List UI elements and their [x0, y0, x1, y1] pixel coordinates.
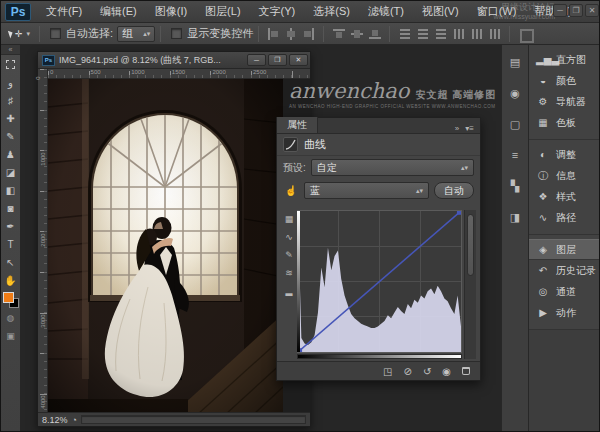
- menu-item-滤镜(T)[interactable]: 滤镜(T): [359, 1, 413, 23]
- curve-tool-2-icon[interactable]: ∿: [285, 232, 293, 242]
- clip-to-layer-icon[interactable]: ◳: [383, 366, 392, 377]
- ruler-label-v: 3000: [40, 314, 46, 327]
- align-button-11[interactable]: [468, 25, 485, 42]
- auto-select-dropdown[interactable]: 组 ▴▾: [117, 26, 155, 42]
- panel-scrollbar[interactable]: [464, 210, 476, 359]
- collapse-panel-icon[interactable]: »: [455, 124, 459, 133]
- panel-tab-路径[interactable]: ∿路径: [529, 207, 600, 228]
- minimize-button[interactable]: ─: [553, 4, 567, 17]
- panel-tab-色板[interactable]: ▦色板: [529, 112, 600, 133]
- eraser-tool[interactable]: ◪: [2, 163, 20, 181]
- panel-tab-导航器[interactable]: ⚙导航器: [529, 91, 600, 112]
- menu-item-视图(V)[interactable]: 视图(V): [413, 1, 468, 23]
- type-tool[interactable]: T: [2, 235, 20, 253]
- menu-item-文件(F)[interactable]: 文件(F): [37, 1, 91, 23]
- 颜色-icon: ◒: [536, 75, 550, 86]
- align-button-7[interactable]: [396, 25, 413, 42]
- panel-tab-动作[interactable]: ▶动作: [529, 302, 600, 323]
- menu-item-选择(S)[interactable]: 选择(S): [304, 1, 359, 23]
- pen-tool[interactable]: ✒: [2, 217, 20, 235]
- crop-tool[interactable]: ♯: [2, 91, 20, 109]
- align-button-4[interactable]: [330, 25, 347, 42]
- panel-tab-历史记录[interactable]: ↶历史记录: [529, 260, 600, 281]
- align-button-2[interactable]: [282, 25, 299, 42]
- curve-grid[interactable]: [297, 210, 462, 353]
- foreground-color-swatch[interactable]: [3, 292, 14, 303]
- previous-state-icon[interactable]: ⊘: [403, 366, 411, 377]
- marquee-tool[interactable]: [2, 55, 20, 73]
- lasso-tool[interactable]: و: [2, 73, 20, 91]
- quick-mask-icon[interactable]: ◍: [2, 309, 20, 327]
- channel-dropdown[interactable]: 蓝 ▴▾: [304, 182, 429, 199]
- divider: [323, 26, 324, 42]
- doc-minimize-button[interactable]: ─: [247, 54, 266, 66]
- show-transform-checkbox[interactable]: [171, 28, 182, 39]
- panel-tab-通道[interactable]: ◎通道: [529, 281, 600, 302]
- zoom-level[interactable]: 8.12%: [42, 415, 68, 425]
- panel-tab-直方图[interactable]: ▂▅▃直方图: [529, 49, 600, 70]
- visibility-icon[interactable]: ◉: [442, 366, 451, 377]
- screen-mode-icon[interactable]: ▣: [2, 327, 20, 345]
- reset-icon[interactable]: ↺: [423, 366, 431, 377]
- auto-select-checkbox[interactable]: [50, 28, 61, 39]
- collapsed-panel-1-icon[interactable]: ▤: [505, 53, 525, 71]
- panel-tab-调整[interactable]: ◐调整: [529, 144, 600, 165]
- collapse-toolbar-button[interactable]: «: [1, 45, 20, 55]
- menu-item-窗口(W)[interactable]: 窗口(W): [468, 1, 526, 23]
- brush-tool[interactable]: ✎: [2, 127, 20, 145]
- curve-tool-5-icon[interactable]: ▂: [286, 286, 293, 296]
- align-button-3[interactable]: [300, 25, 317, 42]
- delete-icon[interactable]: [462, 367, 470, 375]
- align-button-5[interactable]: [348, 25, 365, 42]
- canvas[interactable]: [48, 79, 310, 412]
- align-button-1[interactable]: [264, 25, 281, 42]
- preset-dropdown[interactable]: 自定 ▴▾: [311, 159, 474, 176]
- document-title-bar[interactable]: Ps IMG_9641.psd @ 8.12% (曲线 7, RGB... ─❐…: [38, 52, 310, 69]
- path-select-tool[interactable]: ↖: [2, 253, 20, 271]
- collapsed-dock-strip: ▤◉▢≡▚◨: [501, 45, 529, 432]
- current-tool-button[interactable]: ✛ ▾: [1, 29, 34, 39]
- panel-menu-icon[interactable]: ▾≡: [465, 124, 474, 133]
- curve-tool-4-icon[interactable]: ≋: [285, 268, 293, 278]
- align-icon-dv: [434, 27, 448, 41]
- align-button-10[interactable]: [450, 25, 467, 42]
- maximize-button[interactable]: ❐: [569, 4, 583, 17]
- blur-tool[interactable]: ◙: [2, 199, 20, 217]
- collapsed-panel-2-icon[interactable]: ◉: [505, 84, 525, 102]
- curve-tool-1-icon[interactable]: ▦: [285, 214, 294, 224]
- panel-label: 路径: [556, 211, 576, 225]
- hand-tool[interactable]: ✋: [2, 271, 20, 289]
- auto-button[interactable]: 自动: [434, 182, 474, 199]
- panel-tab-颜色[interactable]: ◒颜色: [529, 70, 600, 91]
- close-button[interactable]: ✕: [585, 4, 599, 17]
- ruler-label-v: 1000: [40, 152, 46, 165]
- panel-tab-样式[interactable]: ❖样式: [529, 186, 600, 207]
- targeted-adjustment-icon[interactable]: ☝: [283, 183, 299, 199]
- menu-item-文字(Y)[interactable]: 文字(Y): [250, 1, 305, 23]
- collapsed-panel-5-icon[interactable]: ▚: [505, 177, 525, 195]
- doc-maximize-button[interactable]: ❐: [268, 54, 287, 66]
- tab-properties[interactable]: 属性: [277, 117, 318, 133]
- align-button-6[interactable]: [366, 25, 383, 42]
- align-button-9[interactable]: [432, 25, 449, 42]
- doc-close-button[interactable]: ✕: [289, 54, 308, 66]
- clone-stamp-tool[interactable]: ♟: [2, 145, 20, 163]
- gradient-tool[interactable]: ◧: [2, 181, 20, 199]
- menu-item-编辑(E)[interactable]: 编辑(E): [91, 1, 146, 23]
- panel-tab-信息[interactable]: ⓘ信息: [529, 165, 600, 186]
- healing-brush-tool[interactable]: ✚: [2, 109, 20, 127]
- menu-item-图像(I)[interactable]: 图像(I): [146, 1, 196, 23]
- scrollbar-thumb[interactable]: [467, 214, 474, 276]
- collapsed-panel-4-icon[interactable]: ≡: [505, 146, 525, 164]
- align-button-13[interactable]: [516, 25, 533, 42]
- document-window: Ps IMG_9641.psd @ 8.12% (曲线 7, RGB... ─❐…: [37, 51, 311, 427]
- align-button-8[interactable]: [414, 25, 431, 42]
- curve-tool-3-icon[interactable]: ✎: [285, 250, 293, 260]
- panel-tab-图层[interactable]: ◈图层: [529, 239, 600, 260]
- menu-item-图层(L)[interactable]: 图层(L): [196, 1, 249, 23]
- collapsed-panel-6-icon[interactable]: ◨: [505, 208, 525, 226]
- collapsed-panel-3-icon[interactable]: ▢: [505, 115, 525, 133]
- curve-point-2[interactable]: [457, 211, 461, 215]
- status-info-icon[interactable]: ◔: [72, 415, 77, 425]
- align-button-12[interactable]: [486, 25, 503, 42]
